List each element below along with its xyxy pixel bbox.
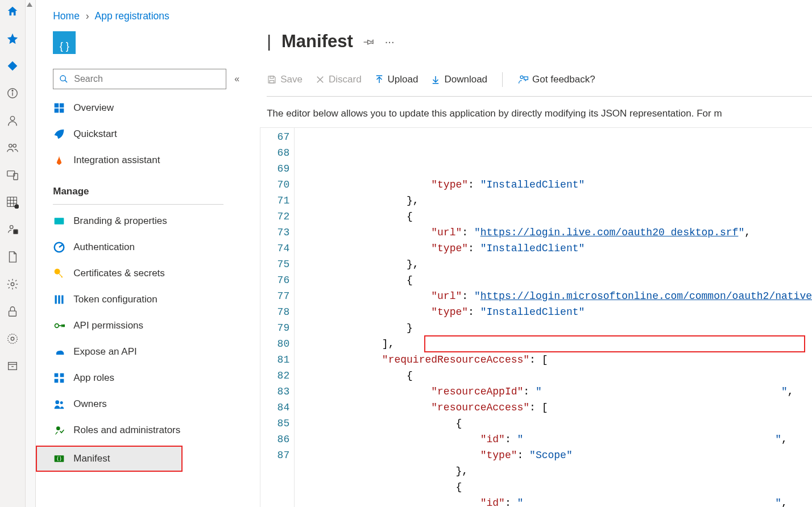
lock-icon[interactable] <box>6 305 19 318</box>
json-editor[interactable]: 6768697071727374757677787980818283848586… <box>260 127 812 507</box>
svg-rect-20 <box>9 363 17 370</box>
pin-icon[interactable] <box>363 36 375 47</box>
scrollbar[interactable] <box>26 0 36 507</box>
document-icon[interactable] <box>6 250 19 264</box>
overview-icon <box>53 102 65 114</box>
nav-label: API permissions <box>73 320 143 331</box>
svg-point-14 <box>10 226 14 229</box>
nav-authentication[interactable]: Authentication <box>36 234 239 260</box>
nav-label: Branding & properties <box>73 215 167 227</box>
breadcrumb-separator: › <box>82 10 93 22</box>
nav-label: App roles <box>73 372 114 384</box>
upload-button[interactable]: Upload <box>374 74 419 85</box>
toolbar-separator <box>502 72 503 87</box>
svg-point-44 <box>56 426 60 430</box>
nav-branding[interactable]: Branding & properties <box>36 208 239 234</box>
svg-rect-28 <box>60 109 64 113</box>
svg-point-42 <box>56 400 60 404</box>
svg-point-18 <box>8 334 18 344</box>
more-icon[interactable]: ··· <box>385 35 395 48</box>
svg-point-2 <box>12 90 13 92</box>
svg-text:{}: {} <box>56 456 62 462</box>
svg-point-43 <box>60 401 63 404</box>
download-button[interactable]: Download <box>430 74 487 85</box>
main-area: Home › App registrations { } « Overview … <box>26 0 812 507</box>
star-icon[interactable] <box>6 32 19 45</box>
nav-label: Integration assistant <box>73 155 160 166</box>
nav-integration-assistant[interactable]: Integration assistant <box>36 147 239 173</box>
integration-icon <box>53 154 65 167</box>
svg-point-19 <box>11 337 14 340</box>
svg-point-3 <box>10 117 14 120</box>
svg-rect-47 <box>270 76 274 78</box>
svg-point-30 <box>55 269 60 275</box>
collapse-sidebar-icon[interactable]: « <box>234 74 239 84</box>
users-icon[interactable] <box>6 141 19 155</box>
home-icon[interactable] <box>6 5 19 18</box>
nav-quickstart[interactable]: Quickstart <box>36 121 239 147</box>
branding-icon <box>53 215 65 227</box>
svg-point-55 <box>520 76 523 78</box>
svg-point-37 <box>63 325 65 326</box>
app-icon: { } <box>53 31 76 54</box>
nav-manifest[interactable]: {}Manifest <box>36 446 183 472</box>
quickstart-icon <box>53 128 65 140</box>
svg-rect-41 <box>60 379 64 383</box>
editor-info-text: The editor below allows you to update th… <box>260 97 812 127</box>
svg-rect-40 <box>55 379 59 383</box>
nav-label: Expose an API <box>73 346 137 358</box>
editor-gutter: 6768697071727374757677787980818283848586… <box>260 128 295 507</box>
nav-expose-api[interactable]: Expose an API <box>36 339 239 365</box>
page-header: | Manifest ··· <box>260 31 812 52</box>
nav-overview[interactable]: Overview <box>36 95 239 121</box>
save-button: Save <box>267 74 303 85</box>
info-icon[interactable] <box>6 86 19 100</box>
nav-label: Manifest <box>73 453 110 464</box>
identity-icon[interactable] <box>6 223 19 236</box>
nav-roles-admins[interactable]: Roles and administrators <box>36 417 239 443</box>
nav-manage-header: Manage <box>36 173 239 202</box>
svg-rect-15 <box>14 230 18 234</box>
nav-label: Authentication <box>73 242 135 253</box>
nav-label: Owners <box>73 398 107 410</box>
toolbar: Save Discard Upload Download Got feedbac… <box>260 52 812 93</box>
settings-icon[interactable] <box>6 277 19 291</box>
breadcrumb: Home › App registrations <box>36 0 812 28</box>
search-icon <box>59 74 68 84</box>
nav-token-configuration[interactable]: Token configuration <box>36 286 239 313</box>
security-icon[interactable] <box>6 332 19 346</box>
editor-code[interactable]: "type": "InstalledClient" }, { "url": "h… <box>306 128 812 507</box>
search-input[interactable] <box>53 69 226 89</box>
svg-point-13 <box>15 205 19 209</box>
discard-button: Discard <box>315 74 362 85</box>
diamond-icon[interactable] <box>6 59 19 73</box>
nav-divider <box>53 204 223 205</box>
breadcrumb-home[interactable]: Home <box>53 10 80 22</box>
manifest-icon: {} <box>53 452 65 465</box>
svg-point-34 <box>55 324 59 328</box>
svg-point-23 <box>60 76 65 81</box>
nav-owners[interactable]: Owners <box>36 391 239 417</box>
editor-folding <box>295 128 306 507</box>
token-icon <box>53 293 65 306</box>
svg-rect-7 <box>14 173 18 180</box>
breadcrumb-app-registrations[interactable]: App registrations <box>95 10 169 22</box>
feedback-button[interactable]: Got feedback? <box>517 74 595 85</box>
nav-label: Token configuration <box>73 294 157 305</box>
svg-rect-17 <box>9 311 16 316</box>
sidebar-search[interactable] <box>53 69 226 89</box>
roles-icon <box>53 372 65 384</box>
nav-api-permissions[interactable]: API permissions <box>36 313 239 339</box>
package-icon[interactable] <box>6 359 19 373</box>
detail-pane: | Manifest ··· Save Discard Upload Downl… <box>245 28 812 507</box>
svg-rect-29 <box>55 218 64 225</box>
page-title: Manifest <box>281 31 353 52</box>
nav-app-roles[interactable]: App roles <box>36 365 239 391</box>
user-icon[interactable] <box>6 114 19 127</box>
left-nav-rail <box>0 0 26 507</box>
devices-icon[interactable] <box>6 168 19 182</box>
app-registrations-icon[interactable] <box>6 196 19 209</box>
auth-icon <box>53 241 65 254</box>
nav-certificates-secrets[interactable]: Certificates & secrets <box>36 260 239 286</box>
svg-rect-25 <box>55 103 59 108</box>
